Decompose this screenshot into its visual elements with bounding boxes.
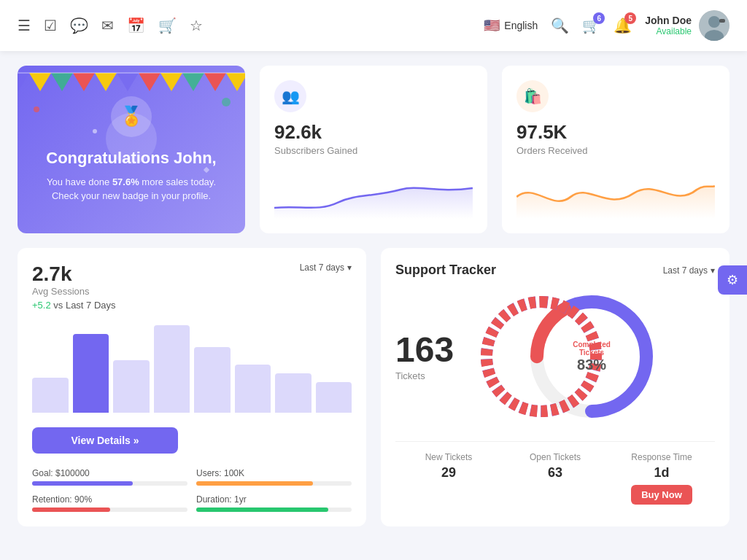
progress-bar-wrap	[32, 481, 187, 486]
progress-item: Users: 100K	[196, 468, 352, 486]
progress-bar	[32, 481, 133, 486]
svg-marker-14	[182, 73, 204, 91]
orders-value: 97.5K	[516, 121, 715, 144]
star-icon[interactable]: ☆	[190, 17, 203, 34]
tickets-count: 163	[395, 332, 454, 368]
search-icon[interactable]: 🔍	[551, 17, 569, 34]
check-square-icon[interactable]: ☑	[44, 17, 57, 34]
mail-icon[interactable]: ✉	[101, 17, 114, 34]
bar-item	[154, 325, 190, 413]
svg-marker-10	[95, 73, 117, 91]
header-right: 🇺🇸 English 🔍 🛒 6 🔔 5 John Doe Available	[484, 10, 729, 41]
progress-bar	[32, 508, 110, 512]
sessions-period-selector[interactable]: Last 7 days ▾	[300, 262, 352, 273]
achievement-icon: 🏅	[111, 96, 152, 137]
donut-percentage: 83%	[562, 357, 621, 373]
support-period-selector[interactable]: Last 7 days ▾	[663, 265, 715, 276]
sessions-header: 2.7k Avg Sessions Last 7 days ▾	[32, 262, 352, 297]
svg-marker-11	[117, 73, 139, 91]
sessions-info: 2.7k Avg Sessions	[32, 262, 90, 297]
subscribers-value: 92.6k	[274, 121, 473, 144]
subscribers-chart	[274, 175, 473, 219]
support-stat-label: Open Tickets	[502, 452, 608, 462]
svg-marker-7	[29, 73, 51, 91]
progress-item: Duration: 1yr	[196, 494, 352, 512]
orders-icon-wrap: 🛍️	[516, 80, 549, 112]
support-stats: New Tickets 29 Open Tickets 63 Response …	[395, 441, 715, 505]
language-selector[interactable]: 🇺🇸 English	[484, 18, 538, 34]
progress-section: Goal: $100000 Users: 100K Retention: 90%…	[32, 468, 352, 512]
support-body: 163 Tickets	[395, 284, 715, 429]
bottom-grid: 2.7k Avg Sessions Last 7 days ▾ +5.2 vs …	[18, 248, 729, 526]
svg-marker-12	[139, 73, 160, 91]
language-label: English	[504, 20, 538, 31]
bar-item	[275, 373, 311, 413]
svg-marker-16	[226, 73, 245, 91]
subscribers-label: Subscribers Gained	[274, 145, 473, 156]
svg-rect-29	[204, 167, 209, 173]
orders-icon: 🛍️	[524, 88, 542, 105]
svg-marker-8	[51, 73, 73, 91]
bar-item	[113, 360, 150, 413]
user-name: John Doe	[645, 15, 692, 26]
chevron-down-icon: ▾	[347, 262, 352, 273]
svg-marker-6	[18, 73, 29, 91]
notification-count-badge: 5	[624, 12, 636, 24]
avatar[interactable]	[699, 10, 729, 41]
user-info[interactable]: John Doe Available	[645, 10, 729, 41]
top-grid: 🏅 Congratulations John, You have done 57…	[18, 66, 729, 233]
view-details-button[interactable]: View Details »	[32, 427, 178, 454]
flag-icon: 🇺🇸	[484, 18, 500, 34]
support-stat-label: New Tickets	[395, 452, 502, 462]
progress-bar	[196, 508, 328, 512]
notification-badge-wrap[interactable]: 🔔 5	[614, 17, 632, 34]
chevron-down-icon: ▾	[711, 265, 715, 276]
support-header: Support Tracker Last 7 days ▾	[395, 262, 715, 278]
svg-point-26	[222, 98, 231, 106]
progress-bar	[196, 481, 313, 486]
support-stat-value: 1d	[608, 465, 715, 481]
svg-rect-3	[719, 19, 725, 23]
cart-icon[interactable]: 🛒	[158, 17, 177, 34]
cart-badge-wrap[interactable]: 🛒 6	[582, 17, 600, 34]
progress-bar-wrap	[196, 508, 352, 512]
calendar-icon[interactable]: 📅	[127, 17, 145, 34]
settings-fab[interactable]: ⚙	[718, 265, 747, 295]
progress-bar-wrap	[196, 481, 352, 486]
support-tracker-card: Support Tracker Last 7 days ▾ 163 Ticket…	[381, 248, 729, 526]
header: ☰ ☑ 💬 ✉ 📅 🛒 ☆ 🇺🇸 English 🔍 🛒 6 🔔 5 John …	[0, 0, 747, 51]
donut-completed-label: Completed Tickets	[562, 341, 621, 357]
buy-now-button[interactable]: Buy Now	[631, 485, 692, 505]
bar-item	[194, 347, 231, 413]
orders-chart	[516, 175, 715, 219]
progress-bar-wrap	[32, 508, 187, 512]
progress-item: Goal: $100000	[32, 468, 187, 486]
progress-label: Users: 100K	[196, 468, 352, 478]
menu-icon[interactable]: ☰	[18, 17, 31, 34]
subscribers-card: 👥 92.6k Subscribers Gained	[260, 66, 487, 233]
promo-card: 🏅 Congratulations John, You have done 57…	[18, 66, 245, 233]
settings-icon: ⚙	[727, 272, 738, 288]
svg-marker-15	[204, 73, 226, 91]
donut-center: Completed Tickets 83%	[562, 341, 621, 373]
promo-title: Congratulations John,	[46, 149, 216, 168]
bar-item	[316, 382, 352, 413]
sessions-change: +5.2 vs Last 7 Days	[32, 300, 352, 311]
support-stat-value: 29	[395, 465, 502, 481]
bar-item	[32, 378, 69, 413]
header-left: ☰ ☑ 💬 ✉ 📅 🛒 ☆	[18, 17, 484, 34]
orders-card: 🛍️ 97.5K Orders Received	[502, 66, 729, 233]
svg-point-21	[34, 106, 39, 112]
svg-marker-9	[73, 73, 95, 91]
progress-item: Retention: 90%	[32, 494, 187, 512]
sessions-label: Avg Sessions	[32, 286, 90, 297]
sessions-value: 2.7k	[32, 262, 90, 286]
bar-item	[235, 365, 271, 413]
chat-icon[interactable]: 💬	[70, 17, 88, 34]
cart-count-badge: 6	[593, 12, 605, 24]
main-content: 🏅 Congratulations John, You have done 57…	[0, 51, 747, 541]
support-stat-item: Open Tickets 63	[502, 452, 608, 505]
user-text: John Doe Available	[645, 15, 692, 36]
support-tickets-info: 163 Tickets	[395, 332, 454, 381]
bar-item	[73, 334, 109, 413]
